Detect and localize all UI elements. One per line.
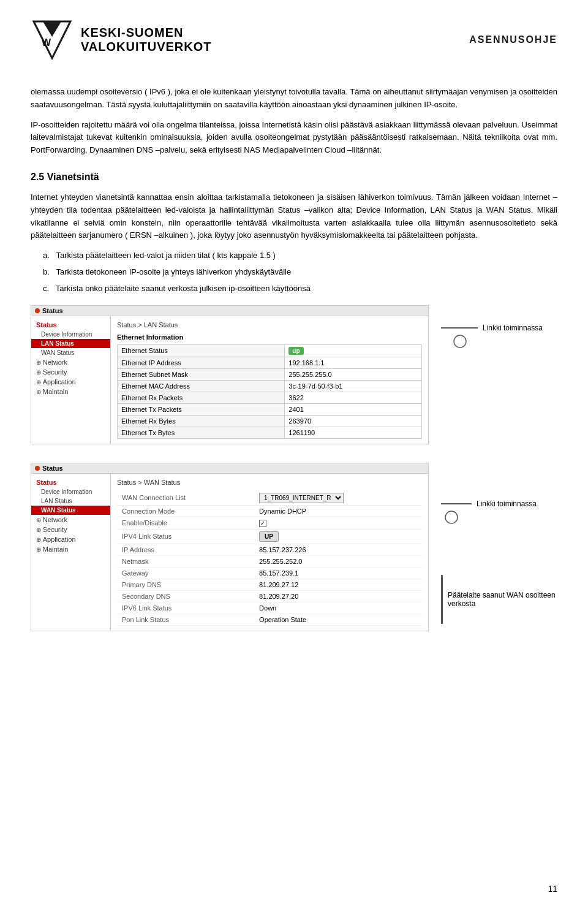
table-row: Ethernet Status up — [118, 344, 422, 357]
table-cell-value: 3c-19-7d-50-f3-b1 — [285, 380, 422, 392]
sidebar-security[interactable]: Security — [31, 367, 110, 377]
table-row: IPV6 Link Status Down — [117, 602, 422, 614]
status-up-badge: up — [288, 347, 303, 355]
table-row: Pon Link Status Operation State — [117, 614, 422, 625]
paragraph-3: Internet yhteyden vianetsintä kannattaa … — [31, 191, 557, 242]
table-cell-value: Dynamic DHCP — [254, 505, 422, 517]
table-row: Secondary DNS 81.209.27.20 — [117, 590, 422, 602]
table-cell-label: Enable/Disable — [117, 517, 254, 529]
page-number: 11 — [548, 884, 557, 894]
sidebar-status-wan[interactable]: Status — [31, 477, 110, 487]
paragraph-2: IP-osoitteiden rajoitettu määrä voi olla… — [31, 119, 557, 157]
wan-info-table: WAN Connection List 1_TR069_INTERNET_R C… — [117, 491, 422, 626]
table-cell-label: Ethernet Rx Bytes — [118, 415, 285, 427]
table-cell-label: Secondary DNS — [117, 590, 254, 602]
screenshots-container: Status Status Device Information LAN Sta… — [31, 305, 557, 631]
sidebar-wan-status[interactable]: WAN Status — [31, 348, 110, 357]
page-title: ASENNUSOHJE — [469, 34, 557, 45]
annotation-2-wan-line2: verkosta — [448, 599, 556, 608]
status-dot-wan — [35, 466, 40, 471]
table-row: WAN Connection List 1_TR069_INTERNET_R — [117, 491, 422, 506]
table-cell-value: Operation State — [254, 614, 422, 625]
table-cell-label: IP Address — [117, 544, 254, 555]
table-row: Netmask 255.255.252.0 — [117, 555, 422, 567]
table-cell-label: Ethernet Tx Bytes — [118, 427, 285, 438]
table-cell-value: 3622 — [285, 392, 422, 403]
router-header-label: Status — [42, 307, 63, 314]
router-ui-lan: Status Status Device Information LAN Sta… — [31, 305, 429, 444]
table-cell-label: Ethernet Tx Packets — [118, 403, 285, 415]
table-cell-value: 85.157.239.1 — [254, 567, 422, 579]
list-label-c: c. — [43, 284, 53, 293]
wan-connection-select[interactable]: 1_TR069_INTERNET_R — [259, 493, 344, 503]
sidebar-lan-status[interactable]: LAN Status — [31, 339, 110, 348]
table-cell-value: 263970 — [285, 415, 422, 427]
router-sidebar-lan: Status Device Information LAN Status WAN… — [31, 316, 111, 444]
router-main-lan: Status > LAN Status Ethernet Information… — [111, 316, 428, 444]
annotation-1-text: Linkki toiminnassa — [483, 324, 543, 332]
sidebar-wan-status-active[interactable]: WAN Status — [31, 506, 110, 515]
sidebar-network-wan[interactable]: Network — [31, 515, 110, 525]
list-item: c. Tarkista onko päätelaite saanut verko… — [31, 283, 557, 295]
sidebar-lan-status-wan[interactable]: LAN Status — [31, 496, 110, 506]
sidebar-security-wan[interactable]: Security — [31, 525, 110, 534]
list-text-c: Tarkista onko päätelaite saanut verkosta… — [56, 284, 311, 293]
table-cell-value: 255.255.255.0 — [285, 368, 422, 380]
table-row: Ethernet Tx Bytes 1261190 — [118, 427, 422, 438]
sidebar-network[interactable]: Network — [31, 357, 110, 367]
table-row: IP Address 85.157.237.226 — [117, 544, 422, 555]
logo-area: W KESKI-SUOMEN VALOKUITUVERKOT — [31, 18, 212, 61]
table-cell-value: 2401 — [285, 403, 422, 415]
router-breadcrumb-wan: Status > WAN Status — [117, 479, 422, 486]
enable-checkbox[interactable]: ✓ — [259, 520, 266, 527]
table-cell-label: WAN Connection List — [117, 491, 254, 506]
table-cell-value: ✓ — [254, 517, 422, 529]
annotation-2-wan-line1: Päätelaite saanut WAN osoitteen — [448, 591, 556, 599]
table-row: Ethernet Rx Bytes 263970 — [118, 415, 422, 427]
logo-icon: W — [31, 18, 74, 61]
paragraph-1: olemassa uudempi osoiteversio ( IPv6 ), … — [31, 86, 557, 112]
router-breadcrumb-lan: Status > LAN Status — [117, 321, 422, 329]
page: W KESKI-SUOMEN VALOKUITUVERKOT ASENNUSOH… — [0, 0, 588, 912]
sidebar-application[interactable]: Application — [31, 377, 110, 387]
table-cell-value: 85.157.237.226 — [254, 544, 422, 555]
table-cell-value: 1261190 — [285, 427, 422, 438]
table-row: Ethernet MAC Address 3c-19-7d-50-f3-b1 — [118, 380, 422, 392]
table-cell-label: IPV4 Link Status — [117, 529, 254, 544]
sidebar-maintain[interactable]: Maintain — [31, 387, 110, 397]
table-row: Ethernet Rx Packets 3622 — [118, 392, 422, 403]
sidebar-status[interactable]: Status — [31, 320, 110, 330]
sidebar-device-info-wan[interactable]: Device Information — [31, 487, 110, 496]
table-cell-label: Ethernet Status — [118, 344, 285, 357]
router-section-title-lan: Ethernet Information — [117, 333, 422, 341]
table-row: Enable/Disable ✓ — [117, 517, 422, 529]
table-row: Primary DNS 81.209.27.12 — [117, 579, 422, 590]
svg-point-3 — [454, 335, 466, 348]
ipv4-link-up-button[interactable]: UP — [259, 531, 279, 542]
router-ui-wan: Status Status Device Information LAN Sta… — [31, 463, 429, 631]
router-header-wan: Status — [31, 463, 428, 474]
list-items: a. Tarkista päätelaitteen led-valot ja n… — [31, 249, 557, 295]
sidebar-device-info[interactable]: Device Information — [31, 330, 110, 339]
list-item: a. Tarkista päätelaitteen led-valot ja n… — [31, 249, 557, 262]
table-row: Gateway 85.157.239.1 — [117, 567, 422, 579]
table-cell-label: Ethernet Rx Packets — [118, 392, 285, 403]
table-row: IPV4 Link Status UP — [117, 529, 422, 544]
table-cell-value: up — [285, 344, 422, 357]
list-text-a: Tarkista päätelaitteen led-valot ja niid… — [56, 251, 275, 260]
table-row: Ethernet Subnet Mask 255.255.255.0 — [118, 368, 422, 380]
router-header-label-wan: Status — [42, 465, 63, 472]
table-cell-value: 255.255.252.0 — [254, 555, 422, 567]
router-main-wan: Status > WAN Status WAN Connection List … — [111, 474, 428, 631]
table-cell-label: Gateway — [117, 567, 254, 579]
table-cell-label: Connection Mode — [117, 505, 254, 517]
screenshot-1-wrapper: Status Status Device Information LAN Sta… — [31, 305, 557, 444]
callout-circle-icon-wan — [445, 511, 458, 524]
table-cell-label: Ethernet MAC Address — [118, 380, 285, 392]
table-cell-label: Netmask — [117, 555, 254, 567]
router-body-lan: Status Device Information LAN Status WAN… — [31, 316, 428, 444]
page-header: W KESKI-SUOMEN VALOKUITUVERKOT ASENNUSOH… — [31, 18, 557, 67]
sidebar-application-wan[interactable]: Application — [31, 534, 110, 544]
sidebar-maintain-wan[interactable]: Maintain — [31, 544, 110, 554]
annotation-1: Linkki toiminnassa — [441, 305, 551, 348]
